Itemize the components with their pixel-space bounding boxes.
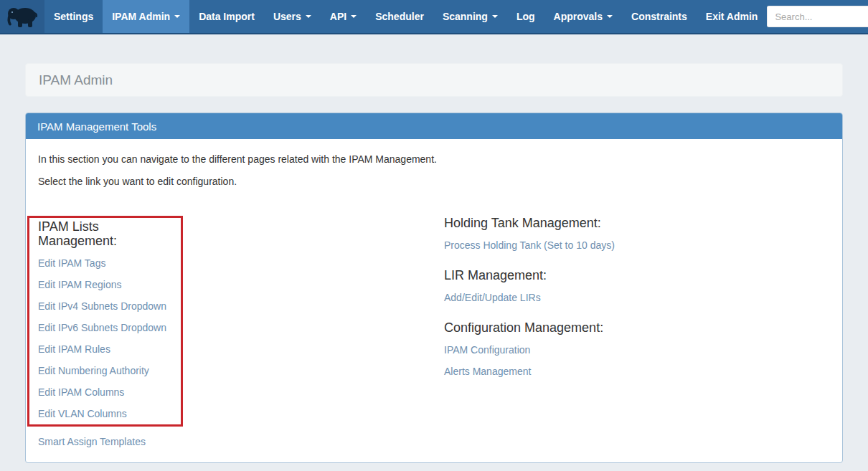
navbar-item[interactable]: Log <box>507 0 544 33</box>
page-link[interactable]: IPAM Configuration <box>444 344 530 356</box>
section-heading-ipam-lists: IPAM Lists Management: <box>38 219 181 248</box>
panel-title: IPAM Management Tools <box>37 120 156 133</box>
link-row: Smart Assign Templates <box>38 431 444 452</box>
section-heading-holding-tank: Holding Tank Management: <box>444 216 830 230</box>
top-navbar: Settings IPAM Admin Data Import Users AP… <box>0 0 868 34</box>
navbar-item[interactable]: Approvals <box>544 0 622 33</box>
page-link[interactable]: Add/Edit/Update LIRs <box>444 292 541 303</box>
navbar-item-label: Data Import <box>199 11 255 22</box>
link-row: Edit IPAM Rules <box>38 338 181 360</box>
link-row: Edit IPv4 Subnets Dropdown <box>38 295 181 317</box>
navbar-item[interactable]: Users <box>264 0 321 33</box>
page-title: IPAM Admin <box>39 72 113 88</box>
ipam-tools-panel: IPAM Management Tools In this section yo… <box>25 113 843 463</box>
page-header: IPAM Admin <box>25 63 843 97</box>
link-row: IPAM Configuration <box>444 339 830 361</box>
page-link[interactable]: Edit IPAM Columns <box>38 386 124 398</box>
link-row: Edit IPAM Regions <box>38 274 181 295</box>
navbar-item[interactable]: Data Import <box>189 0 264 33</box>
navbar-item[interactable]: Constraints <box>622 0 697 33</box>
navbar-item-label: Exit Admin <box>706 11 758 22</box>
section-holding-tank: Holding Tank Management: Process Holding… <box>444 216 830 256</box>
navbar-item-label: Scanning <box>443 11 488 22</box>
link-row: Alerts Management <box>444 361 830 382</box>
link-row: Edit VLAN Columns <box>38 403 181 424</box>
navbar-item[interactable]: Exit Admin <box>697 0 768 33</box>
annotation-highlight-box: IPAM Lists Management: Edit IPAM Tags Ed… <box>27 216 183 427</box>
navbar-right <box>767 0 868 33</box>
ipam-lists-links: Edit IPAM Tags Edit IPAM Regions Edit IP… <box>38 252 181 424</box>
link-row: Edit IPAM Tags <box>38 252 181 274</box>
navbar-item-label: Users <box>273 11 301 22</box>
navbar-item-label: Constraints <box>631 11 687 22</box>
section-configuration: Configuration Management: IPAM Configura… <box>444 320 830 382</box>
link-row: Edit Numbering Authority <box>38 360 181 381</box>
navbar-item[interactable]: IPAM Admin <box>103 0 189 33</box>
navbar-item[interactable]: Scheduler <box>366 0 433 33</box>
section-heading-configuration: Configuration Management: <box>444 320 830 335</box>
navbar-item-label: IPAM Admin <box>112 11 170 22</box>
app-logo[interactable] <box>0 0 44 33</box>
page-link[interactable]: Edit IPv4 Subnets Dropdown <box>38 300 166 312</box>
chevron-down-icon <box>351 15 357 18</box>
navbar-item-label: Approvals <box>554 11 603 22</box>
section-lir: LIR Management: Add/Edit/Update LIRs <box>444 268 830 308</box>
navbar-item[interactable]: Settings <box>44 0 103 33</box>
panel-header: IPAM Management Tools <box>26 113 842 139</box>
section-heading-lir: LIR Management: <box>444 268 830 282</box>
search-group <box>767 6 868 27</box>
page-link[interactable]: Edit VLAN Columns <box>38 408 127 419</box>
navbar-items: Settings IPAM Admin Data Import Users AP… <box>44 0 767 33</box>
chevron-down-icon <box>607 15 613 18</box>
navbar-item-label: Log <box>516 11 535 22</box>
page-link-smart-assign-templates[interactable]: Smart Assign Templates <box>38 436 146 447</box>
page-link[interactable]: Edit IPv6 Subnets Dropdown <box>38 322 166 333</box>
left-column: IPAM Lists Management: Edit IPAM Tags Ed… <box>38 216 444 452</box>
intro-text-line2: Select the link you want to edit configu… <box>38 174 830 189</box>
page-container: IPAM Admin IPAM Management Tools In this… <box>25 63 843 463</box>
navbar-item-label: Scheduler <box>375 11 424 22</box>
holding-tank-links: Process Holding Tank (Set to 10 days) <box>444 234 830 256</box>
page-link[interactable]: Process Holding Tank (Set to 10 days) <box>444 239 615 251</box>
link-row: Process Holding Tank (Set to 10 days) <box>444 234 830 256</box>
page-link[interactable]: Edit IPAM Rules <box>38 343 110 355</box>
page-link[interactable]: Edit IPAM Tags <box>38 257 105 269</box>
chevron-down-icon <box>492 15 498 18</box>
navbar-item[interactable]: Scanning <box>433 0 507 33</box>
lir-links: Add/Edit/Update LIRs <box>444 287 830 308</box>
right-column: Holding Tank Management: Process Holding… <box>444 216 830 452</box>
navbar-item[interactable]: API <box>321 0 366 33</box>
elephant-logo-icon <box>6 4 39 29</box>
link-row: Edit IPAM Columns <box>38 381 181 403</box>
link-row: Edit IPv6 Subnets Dropdown <box>38 317 181 338</box>
navbar-item-label: API <box>330 11 346 22</box>
panel-body: In this section you can navigate to the … <box>26 139 842 462</box>
page-link[interactable]: Edit Numbering Authority <box>38 365 149 376</box>
navbar-item-label: Settings <box>54 11 93 22</box>
link-row: Add/Edit/Update LIRs <box>444 287 830 308</box>
page-link[interactable]: Alerts Management <box>444 366 531 377</box>
search-input[interactable] <box>767 6 868 27</box>
configuration-links: IPAM Configuration Alerts Management <box>444 339 830 382</box>
intro-text-line1: In this section you can navigate to the … <box>38 152 830 166</box>
chevron-down-icon <box>174 15 180 18</box>
page-link[interactable]: Edit IPAM Regions <box>38 279 121 290</box>
chevron-down-icon <box>306 15 311 18</box>
link-columns: IPAM Lists Management: Edit IPAM Tags Ed… <box>38 216 830 452</box>
